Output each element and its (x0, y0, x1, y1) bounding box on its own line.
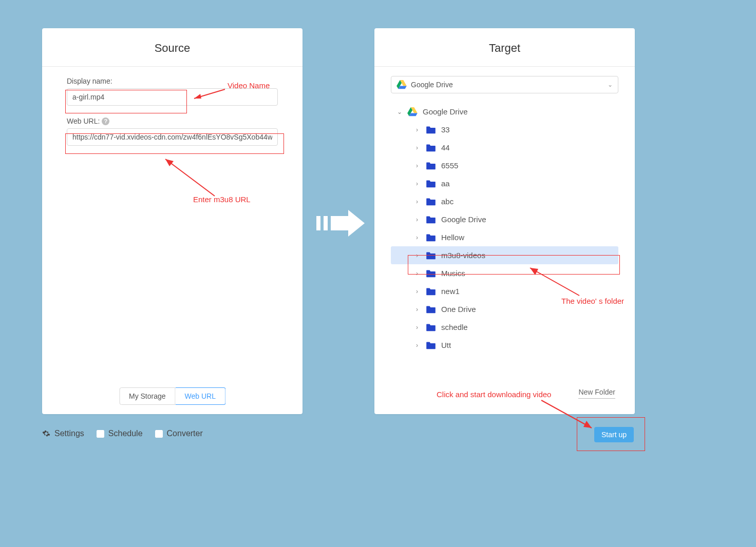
drive-select[interactable]: Google Drive ⌄ (391, 76, 618, 93)
chevron-right-icon: › (412, 162, 422, 169)
tree-item[interactable]: ›aa (391, 174, 618, 192)
folder-icon (426, 144, 436, 152)
target-title: Target (374, 28, 635, 67)
folder-icon (426, 233, 436, 242)
source-panel: Source Display name: Web URL: ? My Stora… (42, 28, 303, 414)
folder-icon (426, 323, 436, 331)
tree-item-label: 44 (441, 143, 450, 152)
tree-item-label: schedle (441, 323, 468, 331)
folder-icon (426, 216, 436, 224)
schedule-label: Schedule (108, 429, 143, 438)
tree-item[interactable]: ›One Drive (391, 300, 618, 318)
folder-icon (426, 287, 436, 296)
source-form: Display name: Web URL: ? (42, 67, 303, 156)
chevron-down-icon: ⌄ (395, 108, 404, 115)
folder-icon (426, 305, 436, 314)
chevron-right-icon: › (412, 288, 422, 295)
tree-item-label: new1 (441, 287, 460, 296)
tab-my-storage[interactable]: My Storage (119, 387, 176, 405)
drive-select-label: Google Drive (411, 81, 453, 89)
chevron-right-icon: › (412, 144, 422, 151)
folder-icon (426, 341, 436, 349)
svg-marker-7 (348, 210, 365, 237)
tree-item-label: aa (441, 179, 450, 188)
tree-item[interactable]: ›44 (391, 139, 618, 157)
schedule-toggle[interactable]: Schedule (97, 429, 143, 438)
target-body: Google Drive ⌄ ⌄ Google Drive ›33›44›655… (374, 67, 635, 354)
chevron-right-icon: › (412, 306, 422, 313)
web-url-label-text: Web URL: (67, 117, 100, 125)
source-tabs: My Storage Web URL (119, 387, 225, 405)
chevron-right-icon: › (412, 126, 422, 133)
svg-rect-5 (324, 216, 328, 230)
source-title: Source (42, 28, 303, 67)
tree-item-label: Musics (441, 269, 465, 278)
display-name-label: Display name: (67, 77, 278, 85)
tree-item-label: Google Drive (441, 215, 486, 224)
chevron-right-icon: › (412, 324, 422, 331)
svg-rect-4 (316, 216, 320, 230)
tree-item[interactable]: ›Google Drive (391, 210, 618, 228)
folder-icon (426, 180, 436, 188)
help-icon[interactable]: ? (102, 118, 109, 125)
folder-icon (426, 162, 436, 170)
web-url-input[interactable] (67, 128, 278, 146)
settings-label: Settings (54, 429, 84, 438)
google-drive-icon (407, 107, 418, 116)
web-url-label: Web URL: ? (67, 117, 278, 125)
tree-item-label: Hellow (441, 233, 464, 242)
folder-tree: ⌄ Google Drive ›33›44›6555›aa›abc›Google… (391, 103, 618, 354)
chevron-right-icon: › (412, 198, 422, 205)
chevron-down-icon: ⌄ (608, 81, 613, 88)
tree-item[interactable]: ›Hellow (391, 228, 618, 246)
chevron-right-icon: › (412, 270, 422, 277)
tree-item-label: abc (441, 197, 453, 206)
tree-item[interactable]: ›6555 (391, 157, 618, 174)
tree-item-label: Utt (441, 341, 451, 349)
flow-arrow-icon (316, 209, 366, 238)
converter-toggle[interactable]: Converter (155, 429, 203, 438)
tab-web-url[interactable]: Web URL (176, 387, 225, 405)
chevron-right-icon: › (412, 180, 422, 187)
tree-item[interactable]: ›33 (391, 121, 618, 139)
svg-rect-6 (331, 216, 348, 230)
google-drive-icon (396, 80, 407, 89)
settings-link[interactable]: Settings (42, 429, 84, 438)
tree-item[interactable]: ›new1 (391, 282, 618, 300)
target-panel: Target Google Drive ⌄ ⌄ Goo (374, 28, 635, 414)
display-name-input[interactable] (67, 88, 278, 106)
checkbox-icon (155, 430, 163, 438)
tree-root-label: Google Drive (423, 107, 468, 116)
checkbox-icon (97, 430, 104, 438)
tree-item-label: One Drive (441, 305, 476, 314)
chevron-right-icon: › (412, 234, 422, 241)
svg-marker-17 (583, 421, 592, 428)
tree-item-label: m3u8-videos (441, 251, 485, 260)
tree-root[interactable]: ⌄ Google Drive (391, 103, 618, 121)
chevron-right-icon: › (412, 252, 422, 259)
footer: Settings Schedule Converter (42, 429, 203, 438)
tree-item[interactable]: ›Musics (391, 264, 618, 282)
chevron-right-icon: › (412, 342, 422, 349)
tree-item[interactable]: ›schedle (391, 318, 618, 336)
gear-icon (42, 429, 50, 438)
tree-item-label: 6555 (441, 161, 458, 170)
tree-item[interactable]: ›Utt (391, 336, 618, 354)
tree-item[interactable]: ›abc (391, 192, 618, 210)
tree-item-label: 33 (441, 125, 450, 134)
new-folder-link[interactable]: New Folder (578, 388, 615, 399)
folder-icon (426, 198, 436, 206)
chevron-right-icon: › (412, 216, 422, 223)
converter-label: Converter (167, 429, 203, 438)
startup-button[interactable]: Start up (594, 427, 634, 442)
tree-item[interactable]: ›m3u8-videos (391, 246, 618, 264)
folder-icon (426, 269, 436, 278)
folder-icon (426, 126, 436, 134)
folder-icon (426, 251, 436, 260)
